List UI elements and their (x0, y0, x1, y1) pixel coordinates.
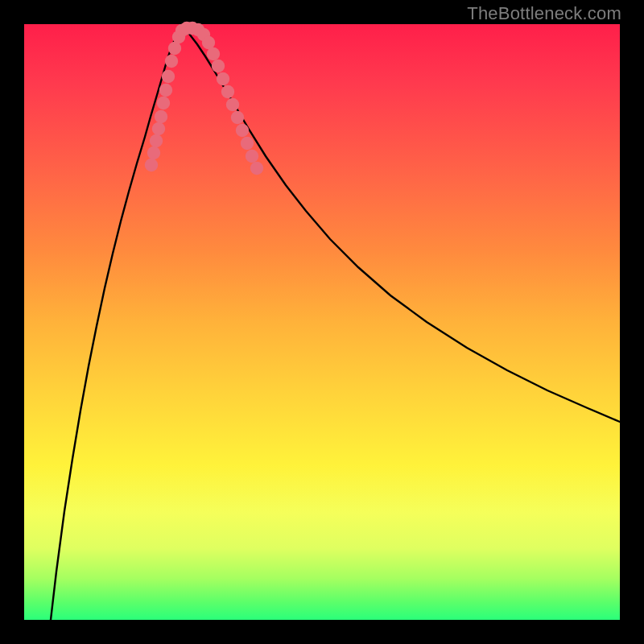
data-marker (202, 36, 215, 49)
data-marker (152, 122, 165, 135)
chart-svg (24, 24, 620, 620)
data-marker (165, 55, 178, 68)
watermark-text: TheBottleneck.com (467, 3, 621, 24)
data-marker (157, 97, 170, 109)
data-marker (207, 47, 220, 60)
data-marker (250, 162, 263, 175)
data-marker (212, 60, 225, 72)
data-marker (231, 111, 244, 124)
data-marker (241, 137, 254, 150)
plot-area (24, 24, 620, 620)
curve-right (182, 27, 620, 422)
data-marker (155, 110, 167, 123)
data-marker (147, 147, 160, 159)
chart-frame: TheBottleneck.com (0, 0, 644, 644)
data-marker (236, 124, 249, 137)
data-marker (150, 134, 163, 147)
data-marker (221, 85, 234, 98)
data-marker (145, 159, 158, 171)
data-marker (162, 70, 175, 83)
data-marker (246, 150, 258, 163)
data-marker (168, 42, 181, 55)
data-marker (217, 72, 229, 85)
markers (145, 22, 263, 175)
data-marker (159, 84, 172, 97)
data-marker (226, 98, 239, 111)
